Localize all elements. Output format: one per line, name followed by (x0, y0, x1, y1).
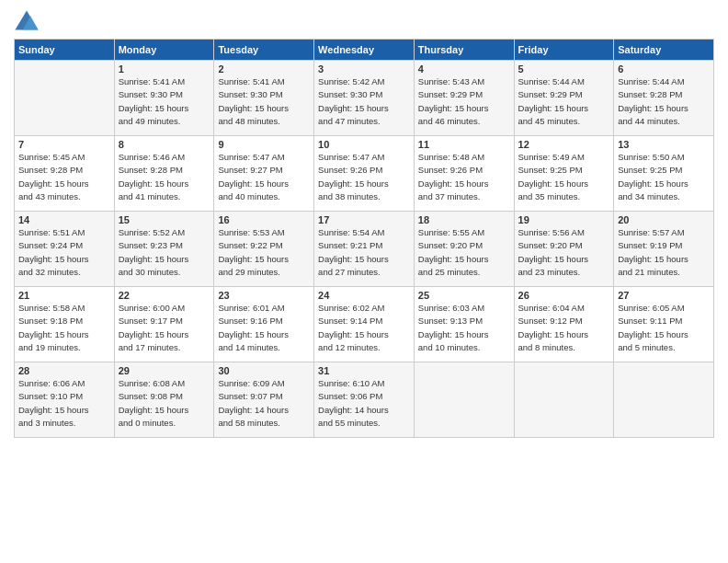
calendar-cell: 21Sunrise: 5:58 AM Sunset: 9:18 PM Dayli… (15, 287, 115, 362)
day-number: 9 (218, 139, 310, 150)
calendar-cell: 23Sunrise: 6:01 AM Sunset: 9:16 PM Dayli… (214, 287, 314, 362)
calendar-cell: 10Sunrise: 5:47 AM Sunset: 9:26 PM Dayli… (314, 136, 415, 212)
day-info: Sunrise: 5:55 AM Sunset: 9:20 PM Dayligh… (418, 226, 510, 279)
calendar-cell: 31Sunrise: 6:10 AM Sunset: 9:06 PM Dayli… (314, 362, 415, 438)
calendar-cell: 16Sunrise: 5:53 AM Sunset: 9:22 PM Dayli… (214, 212, 314, 287)
day-number: 27 (618, 290, 710, 301)
day-info: Sunrise: 5:57 AM Sunset: 9:19 PM Dayligh… (618, 226, 710, 279)
day-number: 7 (18, 139, 110, 150)
calendar-cell: 6Sunrise: 5:44 AM Sunset: 9:28 PM Daylig… (614, 61, 714, 136)
calendar-cell: 11Sunrise: 5:48 AM Sunset: 9:26 PM Dayli… (414, 136, 514, 212)
calendar-cell: 13Sunrise: 5:50 AM Sunset: 9:25 PM Dayli… (614, 136, 714, 212)
calendar-cell: 7Sunrise: 5:45 AM Sunset: 9:28 PM Daylig… (15, 136, 115, 212)
day-header-thursday: Thursday (414, 40, 514, 61)
day-number: 13 (618, 139, 710, 150)
day-number: 6 (618, 63, 710, 75)
day-info: Sunrise: 5:50 AM Sunset: 9:25 PM Dayligh… (618, 151, 710, 203)
day-number: 14 (18, 214, 110, 225)
day-info: Sunrise: 5:44 AM Sunset: 9:28 PM Dayligh… (618, 75, 710, 128)
day-info: Sunrise: 6:08 AM Sunset: 9:08 PM Dayligh… (119, 377, 210, 430)
calendar-cell: 19Sunrise: 5:56 AM Sunset: 9:20 PM Dayli… (514, 212, 614, 287)
calendar-cell: 14Sunrise: 5:51 AM Sunset: 9:24 PM Dayli… (15, 212, 115, 287)
header (14, 9, 714, 35)
calendar-cell: 24Sunrise: 6:02 AM Sunset: 9:14 PM Dayli… (314, 287, 415, 362)
day-number: 28 (18, 365, 110, 376)
week-row-2: 7Sunrise: 5:45 AM Sunset: 9:28 PM Daylig… (15, 136, 714, 212)
day-info: Sunrise: 5:42 AM Sunset: 9:30 PM Dayligh… (318, 75, 410, 128)
day-number: 16 (218, 214, 310, 225)
day-header-monday: Monday (114, 40, 214, 61)
calendar-cell: 17Sunrise: 5:54 AM Sunset: 9:21 PM Dayli… (314, 212, 415, 287)
calendar-cell: 15Sunrise: 5:52 AM Sunset: 9:23 PM Dayli… (114, 212, 214, 287)
day-number: 11 (418, 139, 510, 150)
day-info: Sunrise: 5:41 AM Sunset: 9:30 PM Dayligh… (218, 75, 310, 128)
calendar-cell: 4Sunrise: 5:43 AM Sunset: 9:29 PM Daylig… (414, 61, 514, 136)
day-info: Sunrise: 5:48 AM Sunset: 9:26 PM Dayligh… (418, 151, 510, 203)
day-number: 19 (518, 214, 610, 225)
day-number: 1 (119, 63, 210, 75)
day-number: 26 (518, 290, 610, 301)
day-info: Sunrise: 5:49 AM Sunset: 9:25 PM Dayligh… (518, 151, 610, 203)
calendar-table: SundayMondayTuesdayWednesdayThursdayFrid… (14, 39, 714, 438)
day-number: 8 (119, 139, 210, 150)
calendar-cell (414, 362, 514, 438)
day-header-sunday: Sunday (15, 40, 115, 61)
calendar-cell (15, 61, 115, 136)
logo (14, 9, 43, 35)
logo-icon (14, 9, 40, 35)
calendar-cell: 26Sunrise: 6:04 AM Sunset: 9:12 PM Dayli… (514, 287, 614, 362)
calendar-cell: 5Sunrise: 5:44 AM Sunset: 9:29 PM Daylig… (514, 61, 614, 136)
day-info: Sunrise: 5:41 AM Sunset: 9:30 PM Dayligh… (119, 75, 210, 128)
day-number: 12 (518, 139, 610, 150)
calendar-cell: 1Sunrise: 5:41 AM Sunset: 9:30 PM Daylig… (114, 61, 214, 136)
day-number: 24 (318, 290, 410, 301)
page-container: SundayMondayTuesdayWednesdayThursdayFrid… (0, 0, 728, 447)
day-header-wednesday: Wednesday (314, 40, 415, 61)
calendar-cell: 20Sunrise: 5:57 AM Sunset: 9:19 PM Dayli… (614, 212, 714, 287)
header-row: SundayMondayTuesdayWednesdayThursdayFrid… (15, 40, 714, 61)
day-info: Sunrise: 5:51 AM Sunset: 9:24 PM Dayligh… (18, 226, 110, 279)
calendar-cell: 22Sunrise: 6:00 AM Sunset: 9:17 PM Dayli… (114, 287, 214, 362)
day-info: Sunrise: 5:47 AM Sunset: 9:27 PM Dayligh… (218, 151, 310, 203)
calendar-cell (514, 362, 614, 438)
calendar-cell: 3Sunrise: 5:42 AM Sunset: 9:30 PM Daylig… (314, 61, 415, 136)
day-header-saturday: Saturday (614, 40, 714, 61)
day-info: Sunrise: 5:47 AM Sunset: 9:26 PM Dayligh… (318, 151, 410, 203)
day-number: 3 (318, 63, 410, 75)
day-number: 4 (418, 63, 510, 75)
day-info: Sunrise: 5:53 AM Sunset: 9:22 PM Dayligh… (218, 226, 310, 279)
calendar-cell: 9Sunrise: 5:47 AM Sunset: 9:27 PM Daylig… (214, 136, 314, 212)
day-header-friday: Friday (514, 40, 614, 61)
day-number: 22 (119, 290, 210, 301)
calendar-cell: 2Sunrise: 5:41 AM Sunset: 9:30 PM Daylig… (214, 61, 314, 136)
day-info: Sunrise: 6:03 AM Sunset: 9:13 PM Dayligh… (418, 302, 510, 354)
day-info: Sunrise: 5:52 AM Sunset: 9:23 PM Dayligh… (119, 226, 210, 279)
day-info: Sunrise: 6:09 AM Sunset: 9:07 PM Dayligh… (218, 377, 310, 430)
week-row-1: 1Sunrise: 5:41 AM Sunset: 9:30 PM Daylig… (15, 61, 714, 136)
calendar-cell: 18Sunrise: 5:55 AM Sunset: 9:20 PM Dayli… (414, 212, 514, 287)
day-number: 30 (218, 365, 310, 376)
calendar-cell: 28Sunrise: 6:06 AM Sunset: 9:10 PM Dayli… (15, 362, 115, 438)
day-number: 18 (418, 214, 510, 225)
day-number: 17 (318, 214, 410, 225)
week-row-4: 21Sunrise: 5:58 AM Sunset: 9:18 PM Dayli… (15, 287, 714, 362)
day-info: Sunrise: 6:10 AM Sunset: 9:06 PM Dayligh… (318, 377, 410, 430)
day-number: 31 (318, 365, 410, 376)
day-info: Sunrise: 6:05 AM Sunset: 9:11 PM Dayligh… (618, 302, 710, 354)
day-info: Sunrise: 6:01 AM Sunset: 9:16 PM Dayligh… (218, 302, 310, 354)
week-row-5: 28Sunrise: 6:06 AM Sunset: 9:10 PM Dayli… (15, 362, 714, 438)
day-number: 2 (218, 63, 310, 75)
day-number: 10 (318, 139, 410, 150)
day-info: Sunrise: 5:44 AM Sunset: 9:29 PM Dayligh… (518, 75, 610, 128)
day-info: Sunrise: 5:46 AM Sunset: 9:28 PM Dayligh… (119, 151, 210, 203)
calendar-cell: 30Sunrise: 6:09 AM Sunset: 9:07 PM Dayli… (214, 362, 314, 438)
day-info: Sunrise: 6:06 AM Sunset: 9:10 PM Dayligh… (18, 377, 110, 430)
day-number: 5 (518, 63, 610, 75)
day-info: Sunrise: 6:02 AM Sunset: 9:14 PM Dayligh… (318, 302, 410, 354)
day-number: 20 (618, 214, 710, 225)
day-header-tuesday: Tuesday (214, 40, 314, 61)
calendar-cell: 12Sunrise: 5:49 AM Sunset: 9:25 PM Dayli… (514, 136, 614, 212)
day-info: Sunrise: 5:43 AM Sunset: 9:29 PM Dayligh… (418, 75, 510, 128)
day-number: 25 (418, 290, 510, 301)
day-info: Sunrise: 5:56 AM Sunset: 9:20 PM Dayligh… (518, 226, 610, 279)
